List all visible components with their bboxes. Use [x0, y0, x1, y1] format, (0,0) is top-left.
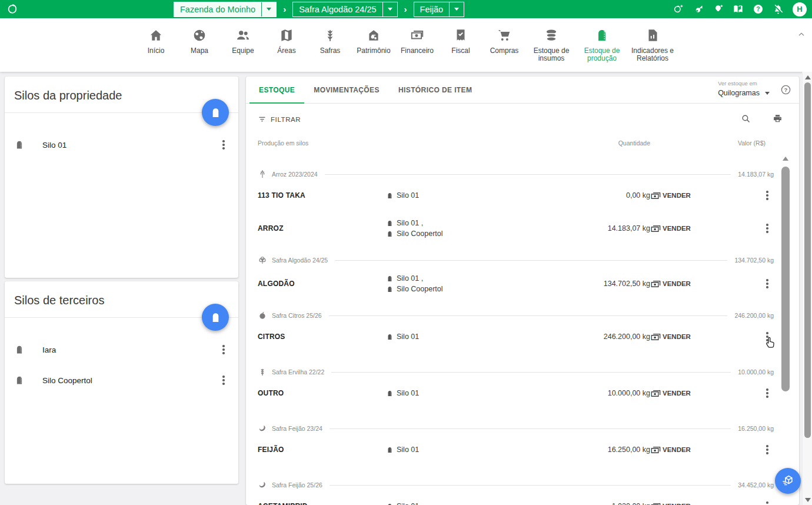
harvest-group-label: Safra Ervilha 22/22: [272, 368, 324, 376]
more-options-kebab-icon[interactable]: [218, 375, 229, 386]
bulb-plus-icon[interactable]: [713, 4, 724, 15]
tab-label: MOVIMENTAÇÕES: [314, 86, 380, 94]
nav-item-mapa[interactable]: Mapa: [178, 28, 221, 63]
page-scrollbar[interactable]: [802, 72, 812, 505]
stock-item-quantity: 134.702,50 kg: [562, 280, 650, 288]
nav-item-estoque-de-insumos[interactable]: Estoque de insumos: [526, 28, 577, 63]
nav-item-patrimonio[interactable]: Patrimônio: [352, 28, 395, 63]
user-avatar[interactable]: H: [793, 2, 807, 16]
scrollbar-thumb[interactable]: [804, 82, 811, 438]
sell-button[interactable]: VENDER: [650, 223, 691, 234]
sell-button[interactable]: VENDER: [650, 388, 691, 399]
silo-icon: [386, 503, 394, 505]
more-options-kebab-icon[interactable]: [218, 344, 229, 355]
silo-chip-label: Silo Coopertol: [397, 285, 443, 293]
nav-item-inicio[interactable]: Início: [134, 28, 178, 63]
harvest-group-label: Safra Algodão 24/25: [272, 257, 328, 264]
more-options-kebab-icon[interactable]: [762, 444, 773, 455]
search-icon[interactable]: [741, 114, 751, 124]
bean-icon: [258, 480, 267, 490]
scrollbar-thumb[interactable]: [781, 167, 790, 391]
help-filled-icon[interactable]: [753, 4, 764, 15]
silo-list-item[interactable]: Iara: [5, 334, 238, 365]
wheat-icon: [258, 367, 267, 377]
column-header-item: Produção em silos: [258, 139, 562, 147]
book-icon[interactable]: [733, 4, 744, 15]
more-options-kebab-icon[interactable]: [762, 190, 773, 201]
silos-terceiros-card: Silos de terceiros Iara Silo Coopertol: [5, 281, 238, 484]
nav-item-indicadores-e-relatorios[interactable]: Indicadores e Relatórios: [627, 28, 678, 63]
breadcrumb-separator: ›: [283, 4, 286, 14]
stock-item-actions: VENDER: [650, 501, 774, 505]
silo-chip: Silo Coopertol: [386, 230, 562, 238]
silo-chip: Silo 01: [386, 502, 562, 505]
unit-selector[interactable]: Ver estoque em Quilogramas: [718, 80, 770, 97]
silo-chip: Silo 01 ,: [386, 274, 562, 283]
sell-button[interactable]: VENDER: [650, 190, 691, 201]
stock-list: Arroz 2023/2024 14.183,07 kg 113 TIO TAK…: [246, 168, 799, 505]
list-scrollbar[interactable]: [781, 157, 790, 505]
more-options-kebab-icon[interactable]: [762, 501, 773, 505]
report-icon: [645, 28, 660, 43]
silo-list-item[interactable]: Silo Coopertol: [5, 365, 238, 396]
bell-off-icon[interactable]: [773, 4, 784, 15]
stock-panel: ESTOQUEMOVIMENTAÇÕESHISTÓRICO DE ITEM Ve…: [246, 77, 799, 505]
nav-item-equipe[interactable]: Equipe: [221, 28, 265, 63]
tab-estoque[interactable]: ESTOQUE: [249, 77, 304, 103]
stock-item-row: CITROS Silo 01 246.200,00 kg VENDER: [258, 321, 774, 352]
help-outline-icon[interactable]: [780, 84, 791, 95]
harvest-group-header: Safra Ervilha 22/22 10.000,00 kg: [258, 366, 774, 378]
filter-button[interactable]: FILTRAR: [258, 115, 301, 124]
nav-item-areas[interactable]: Áreas: [265, 28, 308, 63]
nav-item-label: Fiscal: [451, 47, 470, 55]
farm-selector[interactable]: Fazenda do Moinho: [174, 2, 277, 17]
silo-icon: [386, 230, 394, 238]
chevron-down-icon[interactable]: [382, 2, 397, 16]
nav-item-compras[interactable]: Compras: [482, 28, 526, 63]
sell-button[interactable]: VENDER: [650, 331, 691, 343]
chevron-down-icon[interactable]: [449, 2, 464, 16]
tab-label: ESTOQUE: [259, 86, 295, 94]
more-options-kebab-icon[interactable]: [762, 278, 773, 289]
stock-item-silos: Silo 01: [386, 389, 562, 397]
stock-item-quantity: 0,00 kg: [562, 191, 650, 200]
sell-button[interactable]: VENDER: [650, 444, 691, 456]
stock-item-row: ACETAMIPRID Silo 01 1.020,00 kg VENDER: [258, 491, 774, 505]
silo-icon: [386, 333, 394, 341]
silos-propriedade-card: Silos da propriedade Silo 01: [5, 77, 238, 278]
more-options-kebab-icon[interactable]: [762, 223, 773, 234]
scroll-up-arrow[interactable]: [805, 75, 811, 79]
silo-icon: [14, 344, 25, 355]
sell-button[interactable]: VENDER: [650, 278, 691, 290]
nav-item-safras[interactable]: Safras: [308, 28, 352, 63]
nav-item-financeiro[interactable]: Financeiro: [395, 28, 439, 63]
silo-icon: [14, 375, 25, 386]
nav-item-fiscal[interactable]: Fiscal: [439, 28, 482, 63]
key-icon[interactable]: [693, 4, 704, 15]
more-options-kebab-icon[interactable]: [762, 388, 773, 398]
add-silo-fab-button[interactable]: [202, 304, 229, 331]
crop-selector[interactable]: Feijão: [414, 2, 465, 17]
collapse-nav-chevron-up-icon[interactable]: [797, 30, 806, 39]
chevron-down-icon[interactable]: [261, 2, 276, 16]
sell-button[interactable]: VENDER: [650, 501, 691, 505]
sell-button-label: VENDER: [663, 280, 691, 287]
add-silo-fab-button[interactable]: [202, 99, 229, 126]
scroll-up-arrow[interactable]: [783, 157, 788, 161]
silo-list-item[interactable]: Silo 01: [5, 129, 238, 160]
silo-chip: Silo 01: [386, 191, 562, 200]
print-icon[interactable]: [773, 114, 783, 124]
filter-icon: [258, 115, 267, 124]
more-options-kebab-icon[interactable]: [762, 331, 773, 342]
more-options-kebab-icon[interactable]: [218, 139, 229, 150]
season-selector[interactable]: Safra Algodão 24/25: [292, 2, 397, 17]
stock-item-name: FEIJÃO: [258, 446, 386, 454]
season-selector-value: Safra Algodão 24/25: [293, 2, 382, 16]
scroll-down-arrow[interactable]: [805, 498, 811, 502]
nav-item-estoque-de-producao[interactable]: Estoque de produção: [577, 28, 627, 63]
nav-item-label: Indicadores e Relatórios: [627, 47, 678, 63]
tab-movimentações[interactable]: MOVIMENTAÇÕES: [304, 77, 389, 103]
referral-logo-plus-icon[interactable]: [673, 4, 684, 15]
tab-histórico-de-item[interactable]: HISTÓRICO DE ITEM: [389, 77, 481, 103]
harvest-group-total: 14.183,07 kg: [738, 171, 774, 178]
